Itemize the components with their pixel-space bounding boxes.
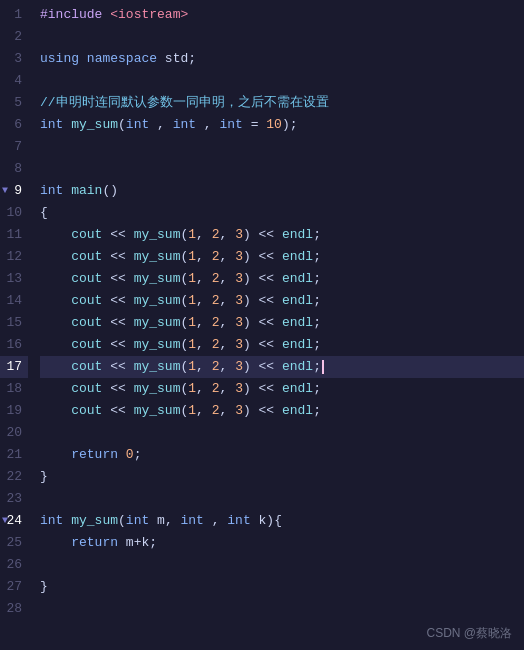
ln-2: 2 <box>0 26 28 48</box>
ln-1: 1 <box>0 4 28 26</box>
code-line-13: cout << my_sum(1, 2, 3) << endl; <box>40 268 524 290</box>
code-area: 1 2 3 4 5 6 7 8 9 10 11 12 13 14 15 16 1… <box>0 0 524 650</box>
ln-11: 11 <box>0 224 28 246</box>
ln-5: 5 <box>0 92 28 114</box>
ln-22: 22 <box>0 466 28 488</box>
code-line-6: int my_sum(int , int , int = 10); <box>40 114 524 136</box>
code-line-22: } <box>40 466 524 488</box>
ln-23: 23 <box>0 488 28 510</box>
code-line-17: cout << my_sum(1, 2, 3) << endl; <box>40 356 524 378</box>
ln-12: 12 <box>0 246 28 268</box>
ln-28: 28 <box>0 598 28 620</box>
watermark: CSDN @蔡晓洛 <box>426 625 512 642</box>
code-line-5: //申明时连同默认参数一同申明，之后不需在设置 <box>40 92 524 114</box>
code-line-19: cout << my_sum(1, 2, 3) << endl; <box>40 400 524 422</box>
code-line-25: return m+k; <box>40 532 524 554</box>
ln-16: 16 <box>0 334 28 356</box>
ln-14: 14 <box>0 290 28 312</box>
ln-7: 7 <box>0 136 28 158</box>
ln-8: 8 <box>0 158 28 180</box>
code-line-27: } <box>40 576 524 598</box>
code-editor: 1 2 3 4 5 6 7 8 9 10 11 12 13 14 15 16 1… <box>0 0 524 650</box>
code-line-15: cout << my_sum(1, 2, 3) << endl; <box>40 312 524 334</box>
code-line-3: using namespace std; <box>40 48 524 70</box>
ln-9: 9 <box>0 180 28 202</box>
ln-4: 4 <box>0 70 28 92</box>
code-line-2 <box>40 26 524 48</box>
ln-10: 10 <box>0 202 28 224</box>
ln-20: 20 <box>0 422 28 444</box>
code-line-7 <box>40 136 524 158</box>
code-line-12: cout << my_sum(1, 2, 3) << endl; <box>40 246 524 268</box>
code-line-18: cout << my_sum(1, 2, 3) << endl; <box>40 378 524 400</box>
code-line-28 <box>40 598 524 620</box>
code-line-20 <box>40 422 524 444</box>
code-line-8 <box>40 158 524 180</box>
code-line-26 <box>40 554 524 576</box>
ln-15: 15 <box>0 312 28 334</box>
ln-24: 24 <box>0 510 28 532</box>
ln-27: 27 <box>0 576 28 598</box>
ln-3: 3 <box>0 48 28 70</box>
code-line-21: return 0; <box>40 444 524 466</box>
ln-19: 19 <box>0 400 28 422</box>
code-line-16: cout << my_sum(1, 2, 3) << endl; <box>40 334 524 356</box>
ln-26: 26 <box>0 554 28 576</box>
ln-6: 6 <box>0 114 28 136</box>
code-line-10: { <box>40 202 524 224</box>
code-lines: #include <iostream> using namespace std;… <box>36 4 524 650</box>
code-line-4 <box>40 70 524 92</box>
ln-18: 18 <box>0 378 28 400</box>
code-line-14: cout << my_sum(1, 2, 3) << endl; <box>40 290 524 312</box>
line-numbers: 1 2 3 4 5 6 7 8 9 10 11 12 13 14 15 16 1… <box>0 4 36 650</box>
ln-21: 21 <box>0 444 28 466</box>
ln-17: 17 <box>0 356 28 378</box>
code-line-1: #include <iostream> <box>40 4 524 26</box>
code-line-9: int main() <box>40 180 524 202</box>
code-line-11: cout << my_sum(1, 2, 3) << endl; <box>40 224 524 246</box>
ln-13: 13 <box>0 268 28 290</box>
code-line-24: int my_sum(int m, int , int k){ <box>40 510 524 532</box>
ln-25: 25 <box>0 532 28 554</box>
code-line-23 <box>40 488 524 510</box>
